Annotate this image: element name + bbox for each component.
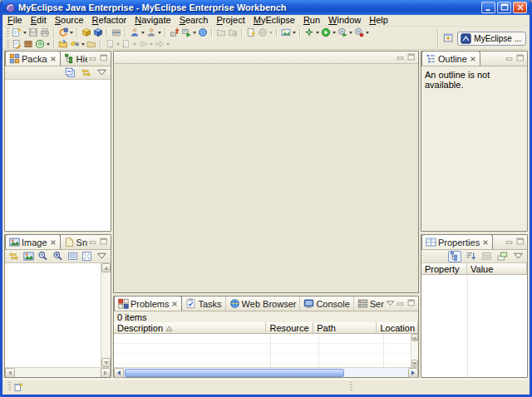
close-package-explorer-tab[interactable] [50,56,57,62]
toolbar-grip[interactable] [7,28,9,37]
view-menu-button[interactable] [96,251,108,262]
fit-to-window-button[interactable] [81,251,94,262]
menu-file[interactable]: File [3,15,27,26]
menu-window[interactable]: Window [324,15,365,26]
run-server-button[interactable] [180,27,197,38]
tab-problems[interactable]: Problems [114,296,182,311]
close-properties-tab[interactable] [482,239,489,246]
ejb-project-button[interactable] [81,27,92,38]
open-resource-button[interactable] [86,39,97,50]
menu-help[interactable]: Help [365,15,392,26]
tab-console[interactable]: Console [300,297,353,311]
new-myeclipse-dropdown[interactable] [70,32,73,34]
stop-server-button[interactable] [353,27,370,38]
actual-size-button[interactable] [66,251,79,262]
properties-table-body[interactable] [421,275,527,377]
close-button[interactable] [513,2,527,13]
tab-image[interactable]: Image [5,234,61,249]
new-package-button[interactable] [22,39,34,50]
web-capabilities-dropdown[interactable] [47,43,50,46]
quick-switch-debug-dropdown[interactable] [158,32,161,34]
quick-switch-profile-dropdown[interactable] [141,32,145,34]
link-with-editor-button[interactable] [79,67,92,79]
tab-packa[interactable]: Packa [5,51,61,66]
run-dropdown[interactable] [332,32,336,34]
minimize-view-button[interactable] [505,54,515,63]
maximize-button[interactable] [497,2,511,13]
column-header-location[interactable]: Location [377,322,418,333]
scroll-up-button[interactable] [411,334,418,341]
image-viewer-button[interactable] [280,27,297,38]
tab-outline[interactable]: Outline [421,51,480,66]
new-snippet-button[interactable] [245,27,257,38]
web-browser-button[interactable] [197,27,209,38]
run-server-dropdown[interactable] [193,32,196,34]
menu-edit[interactable]: Edit [27,15,51,26]
fast-view-button[interactable] [13,382,24,393]
image-preview-canvas[interactable] [5,263,111,377]
editor-area[interactable] [113,51,419,293]
restore-default-button[interactable] [495,251,509,262]
web-capabilities-button[interactable]: G [34,39,51,50]
maximize-view-button[interactable] [516,54,525,63]
close-problems-tab[interactable] [171,301,178,307]
tab-tasks[interactable]: Tasks [182,297,225,311]
view-menu-button[interactable] [95,67,108,79]
column-header-value[interactable]: Value [467,263,527,274]
stop-server-dropdown[interactable] [366,32,369,34]
sort-button[interactable] [464,251,477,262]
image-vertical-scrollbar[interactable] [101,263,111,367]
zoom-in-button[interactable] [52,251,64,262]
close-outline-tab[interactable] [470,56,476,62]
link-with-editor-button[interactable] [7,251,20,262]
column-header-description[interactable]: Description [114,322,266,333]
run-on-server-dropdown[interactable] [349,32,352,34]
import-button[interactable] [57,39,69,50]
maximize-view-button[interactable] [407,53,416,62]
show-categories-button[interactable] [448,251,461,262]
tab-hiera[interactable]: Hiera [61,51,87,66]
view-menu-button[interactable] [386,299,395,308]
tab-servers[interactable]: Servers [354,297,384,311]
external-tools-dropdown[interactable] [316,32,319,34]
tab-snipp[interactable]: Snipp [61,235,87,249]
view-menu-button[interactable] [511,251,525,262]
zoom-out-button[interactable] [37,251,49,262]
browse-image-button[interactable] [22,251,35,262]
search-button[interactable] [69,39,86,50]
maximize-view-button[interactable] [407,299,416,308]
minimize-view-button[interactable] [505,238,515,247]
minimize-view-button[interactable] [397,299,406,308]
statusbar-grip[interactable] [350,382,352,392]
minimize-view-button[interactable] [397,53,406,62]
scroll-down-button[interactable] [101,358,111,367]
image-horizontal-scrollbar[interactable] [5,367,111,377]
menu-project[interactable]: Project [213,15,249,26]
image-browser-button[interactable] [111,27,122,38]
titlebar[interactable]: MyEclipse Java Enterprise - MyEclipse En… [2,0,530,15]
search-dropdown[interactable] [81,43,85,46]
new-java-file-button[interactable] [11,39,22,50]
maximize-view-button[interactable] [516,238,525,247]
column-header-resource[interactable]: Resource [266,322,313,333]
scroll-right-button[interactable] [408,368,418,378]
quick-switch-profile-button[interactable] [129,27,145,38]
menu-run[interactable]: Run [299,15,324,26]
collapse-all-button[interactable] [63,67,76,79]
package-explorer-tree[interactable] [5,80,111,231]
minimize-view-button[interactable] [89,54,98,63]
run-on-server-button[interactable] [337,27,353,38]
new-myeclipse-button[interactable] [57,27,74,38]
close-image-tab[interactable] [50,239,57,246]
scroll-up-button[interactable] [101,263,111,272]
minimize-button[interactable] [481,2,495,13]
scroll-left-button[interactable] [5,368,15,378]
maximize-view-button[interactable] [100,54,109,63]
run-button[interactable] [320,27,337,38]
scrollbar-thumb[interactable] [125,369,344,377]
tab-properties[interactable]: Properties [421,234,493,249]
image-viewer-dropdown[interactable] [293,32,296,34]
quick-switch-debug-button[interactable] [145,27,162,38]
toolbar-grip[interactable] [7,40,9,49]
scroll-down-button[interactable] [411,360,418,367]
